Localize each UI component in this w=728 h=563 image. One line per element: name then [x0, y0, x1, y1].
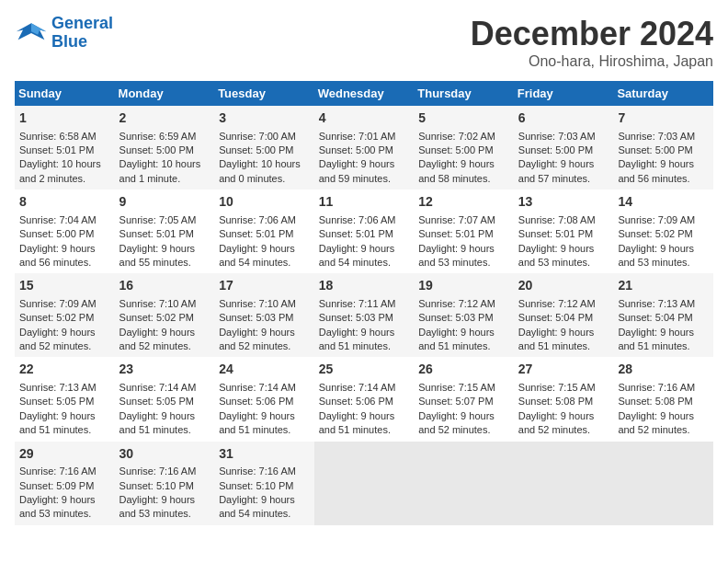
calendar-cell: 31Sunrise: 7:16 AMSunset: 5:10 PMDayligh… [214, 442, 314, 525]
calendar-row: 15Sunrise: 7:09 AMSunset: 5:02 PMDayligh… [15, 273, 713, 357]
day-info-line: Daylight: 9 hours [319, 242, 410, 256]
day-info-line: Daylight: 9 hours [618, 326, 709, 339]
day-info-line: Daylight: 9 hours [119, 326, 210, 339]
day-number: 2 [119, 109, 210, 128]
day-info-line: Sunset: 5:05 PM [119, 395, 210, 408]
day-info-line: and 52 minutes. [119, 339, 210, 353]
day-info-line: Sunrise: 7:00 AM [219, 130, 310, 144]
day-info-line: and 51 minutes. [319, 339, 410, 353]
day-info-line: Sunrise: 7:04 AM [19, 213, 110, 227]
day-info-line: and 53 minutes. [618, 256, 709, 270]
day-number: 1 [19, 109, 110, 128]
day-number: 12 [418, 193, 509, 212]
day-number: 4 [319, 109, 410, 128]
day-info-line: and 1 minute. [119, 172, 210, 186]
day-info-line: and 56 minutes. [19, 256, 110, 270]
day-info-line: Sunrise: 7:06 AM [219, 213, 310, 227]
day-info-line: Sunrise: 7:14 AM [219, 381, 310, 395]
day-number: 15 [19, 277, 110, 295]
day-info-line: Sunset: 5:07 PM [418, 395, 509, 408]
day-info-line: Sunrise: 7:09 AM [19, 297, 110, 311]
day-info-line: Sunset: 5:00 PM [219, 144, 310, 157]
day-info-line: Daylight: 9 hours [219, 409, 310, 423]
day-number: 24 [219, 361, 310, 379]
day-number: 26 [418, 361, 509, 379]
calendar-cell: 15Sunrise: 7:09 AMSunset: 5:02 PMDayligh… [15, 273, 115, 357]
day-info-line: Daylight: 9 hours [518, 242, 609, 256]
day-info-line: Sunset: 5:03 PM [219, 311, 310, 325]
day-info-line: Sunset: 5:06 PM [219, 395, 310, 408]
day-info-line: Sunset: 5:10 PM [119, 479, 210, 493]
title-block: December 2024 Ono-hara, Hiroshima, Japan [471, 15, 713, 70]
day-info-line: Daylight: 9 hours [418, 157, 509, 171]
day-info-line: Sunset: 5:02 PM [19, 311, 110, 325]
calendar-cell: 18Sunrise: 7:11 AMSunset: 5:03 PMDayligh… [314, 273, 415, 357]
day-number: 30 [119, 445, 210, 464]
calendar-cell: 1Sunrise: 6:58 AMSunset: 5:01 PMDaylight… [15, 106, 115, 190]
day-info-line: Sunset: 5:00 PM [119, 144, 210, 157]
day-info-line: and 53 minutes. [418, 256, 509, 270]
day-info-line: Sunrise: 7:02 AM [418, 130, 509, 144]
day-info-line: Sunset: 5:10 PM [219, 479, 310, 493]
day-number: 8 [19, 193, 110, 212]
day-info-line: Sunrise: 7:15 AM [418, 381, 509, 395]
calendar-body: 1Sunrise: 6:58 AMSunset: 5:01 PMDaylight… [15, 106, 713, 525]
day-info-line: and 2 minutes. [19, 172, 110, 186]
calendar-cell: 12Sunrise: 7:07 AMSunset: 5:01 PMDayligh… [414, 190, 514, 273]
day-info-line: and 54 minutes. [219, 507, 310, 521]
day-info-line: Sunset: 5:01 PM [418, 227, 509, 241]
day-info-line: Daylight: 9 hours [119, 409, 210, 423]
day-info-line: Sunset: 5:09 PM [19, 479, 110, 493]
day-info-line: Daylight: 9 hours [518, 409, 609, 423]
day-info-line: and 52 minutes. [219, 339, 310, 353]
day-number: 31 [219, 445, 310, 464]
day-number: 9 [119, 193, 210, 212]
day-info-line: and 51 minutes. [19, 423, 110, 437]
calendar-cell: 16Sunrise: 7:10 AMSunset: 5:02 PMDayligh… [115, 273, 215, 357]
day-number: 25 [319, 361, 410, 379]
calendar-cell: 10Sunrise: 7:06 AMSunset: 5:01 PMDayligh… [214, 190, 314, 273]
day-info-line: Sunset: 5:01 PM [119, 227, 210, 241]
day-info-line: Daylight: 9 hours [518, 157, 609, 171]
col-thursday: Thursday [414, 81, 514, 106]
calendar-cell [414, 442, 514, 525]
calendar-header: Sunday Monday Tuesday Wednesday Thursday… [15, 81, 713, 106]
logo-text: General Blue [51, 15, 113, 52]
day-info-line: Daylight: 9 hours [219, 493, 310, 507]
col-tuesday: Tuesday [214, 81, 314, 106]
day-info-line: Sunset: 5:00 PM [19, 227, 110, 241]
day-info-line: Sunset: 5:03 PM [418, 311, 509, 325]
day-info-line: Daylight: 10 hours [19, 157, 110, 171]
calendar-cell: 22Sunrise: 7:13 AMSunset: 5:05 PMDayligh… [15, 357, 115, 441]
day-info-line: Sunrise: 7:08 AM [518, 213, 609, 227]
day-info-line: and 51 minutes. [119, 423, 210, 437]
day-info-line: Sunrise: 7:16 AM [618, 381, 709, 395]
day-info-line: and 53 minutes. [19, 507, 110, 521]
day-number: 18 [319, 277, 410, 295]
day-info-line: and 51 minutes. [518, 339, 609, 353]
day-info-line: Sunset: 5:04 PM [518, 311, 609, 325]
calendar-cell: 5Sunrise: 7:02 AMSunset: 5:00 PMDaylight… [414, 106, 514, 190]
day-info-line: and 58 minutes. [418, 172, 509, 186]
day-info-line: and 53 minutes. [518, 256, 609, 270]
day-info-line: Sunrise: 7:11 AM [319, 297, 410, 311]
day-info-line: Sunset: 5:00 PM [618, 144, 709, 157]
calendar-row: 8Sunrise: 7:04 AMSunset: 5:00 PMDaylight… [15, 190, 713, 273]
day-info-line: Sunrise: 7:07 AM [418, 213, 509, 227]
day-info-line: and 51 minutes. [618, 339, 709, 353]
day-info-line: Daylight: 10 hours [119, 157, 210, 171]
day-info-line: Sunrise: 7:03 AM [518, 130, 609, 144]
day-info-line: and 52 minutes. [19, 339, 110, 353]
day-number: 19 [418, 277, 509, 295]
header-row: Sunday Monday Tuesday Wednesday Thursday… [15, 81, 713, 106]
logo-line1: General [51, 14, 113, 32]
calendar-cell [514, 442, 614, 525]
day-info-line: Sunrise: 7:16 AM [219, 465, 310, 478]
page-header: General Blue December 2024 Ono-hara, Hir… [15, 15, 713, 70]
calendar-cell: 24Sunrise: 7:14 AMSunset: 5:06 PMDayligh… [214, 357, 314, 441]
day-info-line: Sunset: 5:08 PM [518, 395, 609, 408]
day-info-line: Sunset: 5:00 PM [518, 144, 609, 157]
calendar-cell [314, 442, 415, 525]
calendar-cell: 21Sunrise: 7:13 AMSunset: 5:04 PMDayligh… [613, 273, 713, 357]
day-info-line: Daylight: 9 hours [319, 409, 410, 423]
